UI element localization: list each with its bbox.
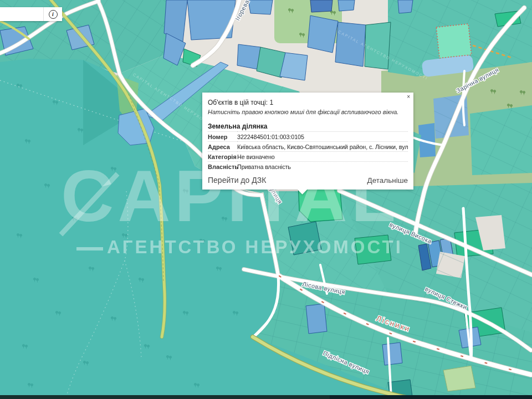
info-icon: i — [49, 10, 58, 19]
field-value: Київська область, Києво-Святошинський ра… — [237, 142, 408, 152]
details-link[interactable]: Детальніше — [367, 176, 408, 185]
popup-title: Об'єктів в цій точці: 1 — [208, 99, 408, 106]
parcel-popup: × Об'єктів в цій точці: 1 Натисніть прав… — [202, 93, 413, 190]
field-label: Номер — [208, 132, 237, 142]
map-viewport[interactable]: Ігорева вулиця Зарічна вулиця вулиця вул… — [0, 0, 532, 399]
popup-hint: Натисніть правою кнопкою миші для фіксац… — [208, 109, 408, 115]
table-row: Категорія Не визначено — [208, 152, 408, 162]
table-row: Номер 3222484501:01:003:0105 — [208, 132, 408, 142]
info-button[interactable]: i — [44, 7, 62, 21]
popup-section-title: Земельна ділянка — [208, 122, 408, 130]
field-label: Категорія — [208, 152, 237, 162]
field-label: Адреса — [208, 142, 237, 152]
field-value: Не визначено — [237, 152, 408, 162]
field-label: Власність — [208, 162, 237, 172]
search-input[interactable] — [0, 7, 43, 21]
field-value: Приватна власність — [237, 162, 408, 172]
map-canvas[interactable]: Ігорева вулиця Зарічна вулиця вулиця вул… — [0, 0, 532, 399]
field-value: 3222484501:01:003:0105 — [237, 132, 408, 142]
table-row: Власність Приватна власність — [208, 162, 408, 172]
goto-dzk-link[interactable]: Перейти до ДЗК — [208, 176, 266, 185]
search-bar[interactable]: i — [0, 7, 62, 21]
parcel-attributes-table: Номер 3222484501:01:003:0105 Адреса Київ… — [208, 131, 408, 171]
close-icon[interactable]: × — [407, 94, 410, 100]
table-row: Адреса Київська область, Києво-Святошинс… — [208, 142, 408, 152]
popup-actions: Перейти до ДЗК Детальніше — [208, 176, 408, 185]
bottom-bar — [0, 395, 532, 399]
